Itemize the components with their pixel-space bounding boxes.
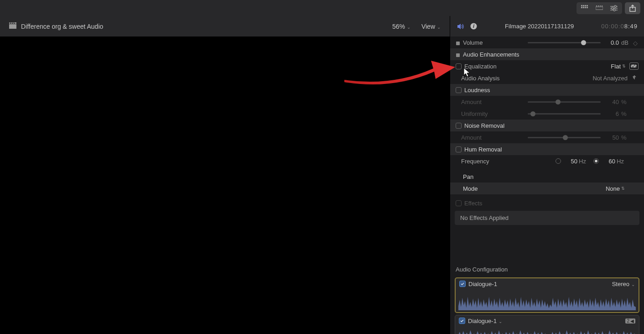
freq-60-radio[interactable] [593, 158, 599, 164]
loudness-uniformity-row: Uniformity 6 % [450, 108, 644, 120]
viewer-canvas[interactable] [0, 37, 450, 334]
clip-duration: 00:00:08:49 [601, 23, 638, 30]
audio-configuration-header: Audio Configuration [450, 263, 644, 276]
audio-analysis-row: Audio Analysis Not Analyzed [450, 72, 644, 84]
sliders-icon[interactable] [607, 4, 621, 13]
svg-point-31 [635, 65, 637, 67]
equalization-label: Equalization [464, 63, 607, 70]
hum-removal-checkbox[interactable] [456, 146, 462, 152]
svg-point-16 [614, 5, 616, 7]
volume-label: Volume [463, 39, 523, 46]
channel-badge: 2◀ [625, 318, 635, 324]
inspector-panel: i Filmage 20220117131129 00:00:08:49 Vol… [450, 16, 644, 334]
loudness-row: Loudness [450, 84, 644, 96]
svg-rect-10 [598, 5, 599, 6]
loudness-checkbox[interactable] [456, 87, 462, 93]
track-enable-checkbox[interactable] [459, 318, 465, 324]
equalization-checkbox[interactable] [456, 63, 462, 69]
svg-point-18 [613, 9, 615, 11]
hum-frequency-row: Frequency 50Hz 60Hz [450, 155, 644, 167]
svg-rect-11 [600, 5, 601, 6]
svg-rect-5 [583, 7, 584, 8]
equalization-row: Equalization Flat⇅ [450, 60, 644, 72]
effects-header: Effects [450, 197, 644, 209]
track-mode-dropdown[interactable]: Stereo⌄ [612, 281, 635, 287]
clapperboard-icon [9, 22, 16, 30]
svg-rect-8 [596, 7, 603, 10]
audio-track[interactable]: Dialogue-1 Stereo⌄ [455, 277, 639, 313]
clip-name: Filmage 20220117131129 [482, 23, 597, 30]
waveform [455, 326, 639, 334]
app-toolbar [0, 0, 644, 16]
hum-removal-label: Hum Removal [464, 146, 639, 153]
equalization-value[interactable]: Flat [607, 63, 621, 70]
loudness-amount-row: Amount 40 % [450, 96, 644, 108]
hum-removal-row: Hum Removal [450, 143, 644, 155]
svg-rect-6 [585, 7, 586, 8]
layout-button-group [576, 2, 622, 14]
svg-rect-1 [583, 5, 584, 6]
svg-rect-7 [587, 7, 588, 8]
noise-removal-checkbox[interactable] [456, 123, 462, 129]
svg-point-29 [633, 65, 634, 66]
volume-value: 0.0 [605, 39, 619, 46]
noise-amount-row: Amount 50 % [450, 131, 644, 143]
svg-rect-9 [596, 5, 597, 6]
volume-row: Volume 0.0 dB ◇ [450, 37, 644, 48]
track-name: Dialogue-1⌄ [468, 318, 623, 324]
noise-removal-row: Noise Removal [450, 120, 644, 131]
inspector-header: i Filmage 20220117131129 00:00:08:49 [450, 16, 644, 37]
analyze-icon[interactable] [631, 74, 639, 82]
effects-empty: No Effects Applied [455, 211, 639, 225]
waveform [456, 289, 639, 312]
svg-point-30 [634, 66, 635, 68]
svg-rect-23 [456, 53, 460, 57]
audio-analysis-label: Audio Analysis [461, 75, 592, 82]
info-tab-icon[interactable]: i [469, 22, 478, 31]
track-name: Dialogue-1 [468, 281, 609, 287]
viewer-header: Difference org & sweet Audio 56%⌄ View⌄ [0, 16, 450, 37]
audio-tab-icon[interactable] [457, 22, 465, 31]
svg-point-17 [612, 7, 613, 9]
disclosure-icon[interactable] [456, 52, 460, 57]
zoom-dropdown[interactable]: 56%⌄ [392, 23, 410, 30]
loudness-uniformity-slider[interactable] [528, 113, 601, 115]
share-button[interactable] [625, 2, 640, 14]
audio-enhancements-header[interactable]: Audio Enhancements [450, 48, 644, 60]
volume-slider[interactable] [528, 42, 601, 43]
grid-view-icon[interactable] [578, 4, 592, 13]
svg-rect-2 [585, 5, 586, 6]
volume-reset-icon[interactable]: ◇ [633, 40, 639, 45]
svg-rect-12 [602, 5, 602, 6]
noise-removal-label: Noise Removal [464, 122, 639, 129]
loudness-amount-slider[interactable] [528, 101, 601, 103]
audio-analysis-status: Not Analyzed [592, 75, 628, 82]
audio-track[interactable]: Dialogue-1⌄ 2◀ [455, 315, 639, 334]
pan-mode-row: Mode None⇅ [450, 183, 644, 194]
freq-50-radio[interactable] [556, 158, 561, 164]
noise-amount-slider[interactable] [528, 137, 601, 138]
svg-rect-0 [581, 5, 582, 6]
effects-checkbox[interactable] [456, 200, 462, 206]
view-dropdown[interactable]: View⌄ [421, 23, 441, 30]
track-enable-checkbox[interactable] [459, 281, 466, 287]
disclosure-icon[interactable] [456, 40, 460, 45]
viewer-title: Difference org & sweet Audio [21, 23, 392, 30]
svg-rect-3 [587, 5, 588, 6]
svg-point-28 [631, 66, 633, 67]
svg-rect-22 [456, 42, 460, 45]
svg-rect-4 [581, 7, 582, 8]
pan-mode-dropdown[interactable]: None [606, 185, 620, 192]
filmstrip-icon[interactable] [592, 4, 606, 13]
viewer-panel: Difference org & sweet Audio 56%⌄ View⌄ [0, 16, 450, 334]
pan-header: Pan [450, 171, 644, 183]
equalization-inspector-icon[interactable] [629, 63, 639, 70]
loudness-label: Loudness [464, 87, 639, 94]
